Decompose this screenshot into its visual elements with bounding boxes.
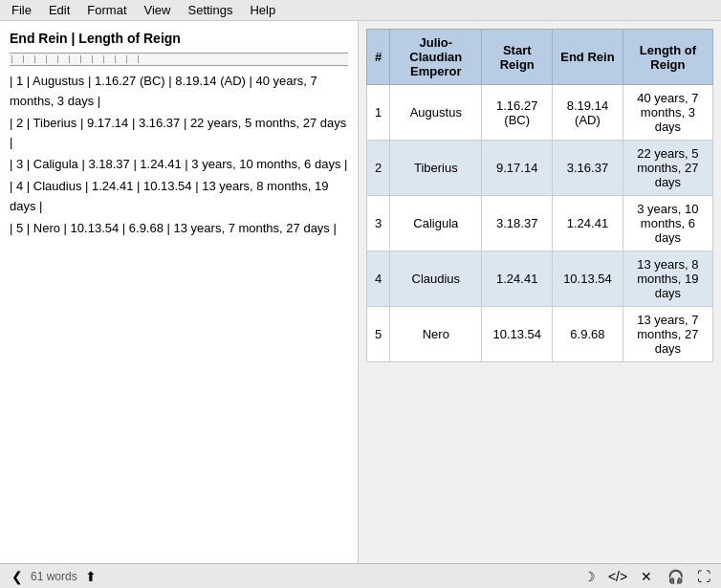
table-row: 3Caligula3.18.371.24.413 years, 10 month… [367,196,713,251]
cell-num: 1 [367,85,390,141]
headphone-icon[interactable]: 🎧 [666,567,685,586]
fullscreen-icon[interactable]: ⛶ [694,567,713,586]
cell-num: 3 [367,196,390,251]
cell-end: 1.24.41 [553,196,623,251]
cell-length: 13 years, 8 months, 19 days [623,251,712,307]
text-row-1: | 1 | Augustus | 1.16.27 (BC) | 8.19.14 … [10,72,348,112]
text-row-2: | 2 | Tiberius | 9.17.14 | 3.16.37 | 22 … [10,114,348,154]
text-content: | 1 | Augustus | 1.16.27 (BC) | 8.19.14 … [10,72,348,238]
col-header-num: # [367,30,390,85]
col-header-end: End Rein [553,30,623,85]
cell-start: 10.13.54 [482,307,553,362]
status-right: ☽ </> ✕ 🎧 ⛶ [579,567,713,586]
table-panel: # Julio-Claudian Emperor Start Reign End… [359,21,721,563]
table-body: 1Augustus1.16.27 (BC)8.19.14 (AD)40 year… [367,85,713,362]
moon-icon[interactable]: ☽ [579,567,599,586]
cell-num: 5 [367,307,390,362]
text-row-4: | 4 | Claudius | 1.24.41 | 10.13.54 | 13… [10,177,348,217]
table-row: 4Claudius1.24.4110.13.5413 years, 8 mont… [367,251,713,307]
ruler [10,53,348,66]
left-panel-title: End Rein | Length of Reign [10,29,348,49]
table-row: 2Tiberius9.17.143.16.3722 years, 5 month… [367,141,713,196]
cell-num: 2 [367,141,390,196]
cell-emperor: Augustus [390,85,482,141]
text-row-3: | 3 | Caligula | 3.18.37 | 1.24.41 | 3 y… [10,155,348,175]
upload-icon[interactable]: ⬆ [81,567,100,586]
status-left: ❮ 61 words ⬆ [8,567,100,586]
col-header-emperor: Julio-Claudian Emperor [390,30,482,85]
text-row-5: | 5 | Nero | 10.13.54 | 6.9.68 | 13 year… [10,219,348,239]
cell-length: 3 years, 10 months, 6 days [623,196,712,251]
cell-end: 6.9.68 [553,307,623,362]
close-icon[interactable]: ✕ [637,567,656,586]
cell-start: 9.17.14 [482,141,553,196]
cell-length: 22 years, 5 months, 27 days [623,141,712,196]
cell-length: 13 years, 7 months, 27 days [623,307,712,362]
menu-format[interactable]: Format [79,1,134,19]
nav-prev-icon[interactable]: ❮ [8,567,27,586]
text-editor-panel[interactable]: End Rein | Length of Reign | 1 | Augustu… [0,21,359,563]
cell-emperor: Nero [390,307,482,362]
code-icon[interactable]: </> [608,567,627,586]
main-content: End Rein | Length of Reign | 1 | Augustu… [0,21,721,563]
cell-emperor: Caligula [390,196,482,251]
menu-edit[interactable]: Edit [41,1,77,19]
status-bar: ❮ 61 words ⬆ ☽ </> ✕ 🎧 ⛶ [0,563,721,588]
cell-emperor: Tiberius [390,141,482,196]
emperor-table: # Julio-Claudian Emperor Start Reign End… [366,29,713,362]
col-header-length: Length of Reign [623,30,712,85]
menu-help[interactable]: Help [242,1,283,19]
menu-settings[interactable]: Settings [180,1,240,19]
cell-length: 40 years, 7 months, 3 days [623,85,712,141]
cell-end: 8.19.14 (AD) [553,85,623,141]
cell-start: 1.24.41 [482,251,553,307]
word-count: 61 words [31,570,77,583]
cell-start: 3.18.37 [482,196,553,251]
menu-file[interactable]: File [4,1,39,19]
menu-view[interactable]: View [137,1,179,19]
table-row: 5Nero10.13.546.9.6813 years, 7 months, 2… [367,307,713,362]
col-header-start: Start Reign [482,30,553,85]
menu-bar: File Edit Format View Settings Help [0,0,721,21]
cell-end: 10.13.54 [553,251,623,307]
cell-emperor: Claudius [390,251,482,307]
cell-num: 4 [367,251,390,307]
cell-end: 3.16.37 [553,141,623,196]
table-row: 1Augustus1.16.27 (BC)8.19.14 (AD)40 year… [367,85,713,141]
cell-start: 1.16.27 (BC) [482,85,553,141]
